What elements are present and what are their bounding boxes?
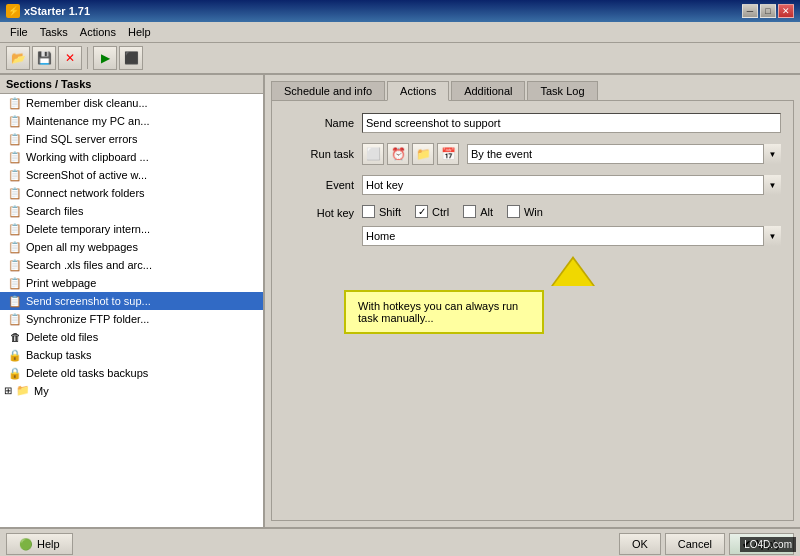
event-label: Event <box>284 179 354 191</box>
check-win[interactable]: Win <box>507 205 543 218</box>
bottom-bar: 🟢 Help OK Cancel ✔ Apply <box>0 527 800 556</box>
event-select[interactable]: Hot key <box>362 175 781 195</box>
name-row: Name <box>284 113 781 133</box>
run-task-row: Run task ⬜ ⏰ 📁 📅 By the event ▼ <box>284 143 781 165</box>
list-item[interactable]: 🔒 Delete old tasks backups <box>0 364 263 382</box>
list-item[interactable]: 📋 Connect network folders <box>0 184 263 202</box>
toolbar-open-btn[interactable]: 📂 <box>6 46 30 70</box>
folder-item-my[interactable]: ⊞ 📁 My <box>0 382 263 399</box>
toolbar-separator <box>87 47 88 69</box>
item-label: Find SQL server errors <box>26 133 137 145</box>
tooltip-box: With hotkeys you can always run task man… <box>344 290 544 334</box>
list-item[interactable]: 📋 ScreenShot of active w... <box>0 166 263 184</box>
menu-file[interactable]: File <box>4 24 34 40</box>
tab-additional[interactable]: Additional <box>451 81 525 101</box>
toolbar-save-btn[interactable]: 💾 <box>32 46 56 70</box>
minimize-button[interactable]: ─ <box>742 4 758 18</box>
tooltip-text: With hotkeys you can always run task man… <box>358 300 518 324</box>
item-label: Search .xls files and arc... <box>26 259 152 271</box>
list-item[interactable]: 📋 Remember disk cleanu... <box>0 94 263 112</box>
list-item[interactable]: 📋 Print webpage <box>0 274 263 292</box>
run-icon-schedule[interactable]: ⬜ <box>362 143 384 165</box>
tab-tasklog[interactable]: Task Log <box>527 81 597 101</box>
list-item[interactable]: 🗑 Delete old files <box>0 328 263 346</box>
key-select[interactable]: Home <box>362 226 781 246</box>
help-icon: 🟢 <box>19 538 33 551</box>
list-item[interactable]: 📋 Delete temporary intern... <box>0 220 263 238</box>
hotkey-checkboxes: Shift ✓ Ctrl Alt Win <box>362 205 781 218</box>
task-icon: 📋 <box>8 132 22 146</box>
help-button[interactable]: 🟢 Help <box>6 533 73 555</box>
main-container: Sections / Tasks 📋 Remember disk cleanu.… <box>0 75 800 527</box>
task-icon: 📋 <box>8 114 22 128</box>
win-checkbox[interactable] <box>507 205 520 218</box>
check-ctrl[interactable]: ✓ Ctrl <box>415 205 449 218</box>
item-label: Delete temporary intern... <box>26 223 150 235</box>
task-icon: 📋 <box>8 240 22 254</box>
ctrl-checkbox[interactable]: ✓ <box>415 205 428 218</box>
list-item[interactable]: 📋 Maintenance my PC an... <box>0 112 263 130</box>
tab-actions[interactable]: Actions <box>387 81 449 101</box>
alt-label: Alt <box>480 206 493 218</box>
list-item[interactable]: 📋 Open all my webpages <box>0 238 263 256</box>
run-icon-clock[interactable]: ⏰ <box>387 143 409 165</box>
app-icon: ⚡ <box>6 4 20 18</box>
run-icon-calendar[interactable]: 📅 <box>437 143 459 165</box>
list-item[interactable]: 📋 Synchronize FTP folder... <box>0 310 263 328</box>
shift-checkbox[interactable] <box>362 205 375 218</box>
shift-label: Shift <box>379 206 401 218</box>
run-icon-folder[interactable]: 📁 <box>412 143 434 165</box>
sections-header: Sections / Tasks <box>0 75 263 94</box>
item-label: Synchronize FTP folder... <box>26 313 149 325</box>
tree-container[interactable]: 📋 Remember disk cleanu... 📋 Maintenance … <box>0 94 263 527</box>
maximize-button[interactable]: □ <box>760 4 776 18</box>
item-label: Backup tasks <box>26 349 91 361</box>
item-label: Print webpage <box>26 277 96 289</box>
task-icon: 📋 <box>8 204 22 218</box>
list-item[interactable]: 📋 Search .xls files and arc... <box>0 256 263 274</box>
check-alt[interactable]: Alt <box>463 205 493 218</box>
task-icon: 📋 <box>8 186 22 200</box>
check-shift[interactable]: Shift <box>362 205 401 218</box>
win-label: Win <box>524 206 543 218</box>
tab-schedule[interactable]: Schedule and info <box>271 81 385 101</box>
item-label: Open all my webpages <box>26 241 138 253</box>
event-row: Event Hot key ▼ <box>284 175 781 195</box>
content-area: Name Run task ⬜ ⏰ 📁 📅 By the event ▼ <box>271 100 794 521</box>
help-label: Help <box>37 538 60 550</box>
toolbar-delete-btn[interactable]: ✕ <box>58 46 82 70</box>
alt-checkbox[interactable] <box>463 205 476 218</box>
run-task-select[interactable]: By the event <box>467 144 781 164</box>
list-item[interactable]: 📋 Find SQL server errors <box>0 130 263 148</box>
list-item-selected[interactable]: 📋 Send screenshot to sup... <box>0 292 263 310</box>
key-select-wrapper: Home ▼ <box>362 226 781 246</box>
item-label: Send screenshot to sup... <box>26 295 151 307</box>
item-label: Maintenance my PC an... <box>26 115 150 127</box>
item-label: Remember disk cleanu... <box>26 97 148 109</box>
task-icon: 📋 <box>8 312 22 326</box>
task-icon: 📋 <box>8 222 22 236</box>
list-item[interactable]: 📋 Search files <box>0 202 263 220</box>
menu-tasks[interactable]: Tasks <box>34 24 74 40</box>
hotkey-row: Hot key Shift ✓ Ctrl Alt <box>284 205 781 246</box>
ok-button[interactable]: OK <box>619 533 661 555</box>
hotkey-label: Hot key <box>284 205 354 219</box>
toolbar-stop-btn[interactable]: ⬛ <box>119 46 143 70</box>
task-icon: 📋 <box>8 258 22 272</box>
menu-help[interactable]: Help <box>122 24 157 40</box>
menu-bar: File Tasks Actions Help <box>0 22 800 43</box>
close-button[interactable]: ✕ <box>778 4 794 18</box>
folder-label: My <box>34 385 49 397</box>
tabs: Schedule and info Actions Additional Tas… <box>271 81 794 101</box>
menu-actions[interactable]: Actions <box>74 24 122 40</box>
item-label: Search files <box>26 205 83 217</box>
run-task-label: Run task <box>284 148 354 160</box>
left-panel: Sections / Tasks 📋 Remember disk cleanu.… <box>0 75 265 527</box>
ctrl-label: Ctrl <box>432 206 449 218</box>
name-input[interactable] <box>362 113 781 133</box>
cancel-button[interactable]: Cancel <box>665 533 725 555</box>
task-icon: 🔒 <box>8 348 22 362</box>
list-item[interactable]: 📋 Working with clipboard ... <box>0 148 263 166</box>
list-item[interactable]: 🔒 Backup tasks <box>0 346 263 364</box>
toolbar-run-btn[interactable]: ▶ <box>93 46 117 70</box>
